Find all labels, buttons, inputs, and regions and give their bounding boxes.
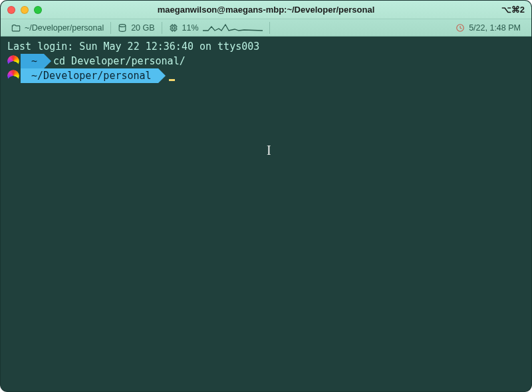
terminal-window: maeganwilson@maegans-mbp:~/Developer/per… <box>0 0 532 392</box>
login-line: Last login: Sun May 22 12:36:40 on ttys0… <box>5 39 527 54</box>
status-cwd[interactable]: ~/Developer/personal <box>5 22 111 34</box>
titlebar[interactable]: maeganwilson@maegans-mbp:~/Developer/per… <box>1 1 531 19</box>
cursor-icon <box>169 79 175 81</box>
statusbar: ~/Developer/personal 20 GB 11% <box>1 19 531 37</box>
window-title: maeganwilson@maegans-mbp:~/Developer/per… <box>1 5 531 15</box>
disk-icon <box>118 23 127 33</box>
prompt-line-2: ~/Developer/personal <box>5 68 527 83</box>
traffic-lights <box>7 6 42 14</box>
status-cwd-text: ~/Developer/personal <box>25 23 104 33</box>
text-cursor-icon: I <box>267 143 271 157</box>
status-disk[interactable]: 20 GB <box>111 22 162 34</box>
command-text: cd Developer/personal/ <box>53 54 186 68</box>
status-clock-text: 5/22, 1:48 PM <box>469 23 521 33</box>
cpu-icon <box>169 23 178 33</box>
prompt-home-text: ~ <box>31 54 37 68</box>
terminal-area[interactable]: Last login: Sun May 22 12:36:40 on ttys0… <box>1 37 531 391</box>
prompt-path-text: ~/Developer/personal <box>31 68 152 83</box>
rainbow-icon <box>7 70 19 82</box>
window-shortcut: ⌥⌘2 <box>501 5 525 15</box>
zoom-icon[interactable] <box>34 6 42 14</box>
status-disk-text: 20 GB <box>131 23 154 33</box>
status-cpu-text: 11% <box>182 23 199 33</box>
rainbow-icon <box>7 55 19 67</box>
status-clock[interactable]: 5/22, 1:48 PM <box>449 22 527 34</box>
prompt-segment-path: ~/Developer/personal <box>21 68 158 83</box>
prompt-segment-home: ~ <box>21 54 44 68</box>
clock-icon <box>456 23 465 33</box>
cpu-sparkline-icon <box>203 23 263 33</box>
minimize-icon[interactable] <box>21 6 29 14</box>
svg-rect-1 <box>171 25 176 31</box>
svg-point-0 <box>119 24 126 27</box>
close-icon[interactable] <box>7 6 15 14</box>
svg-rect-2 <box>172 27 175 29</box>
folder-icon <box>11 23 21 33</box>
status-cpu[interactable]: 11% <box>162 22 270 34</box>
prompt-line-1: ~ cd Developer/personal/ <box>5 54 527 68</box>
